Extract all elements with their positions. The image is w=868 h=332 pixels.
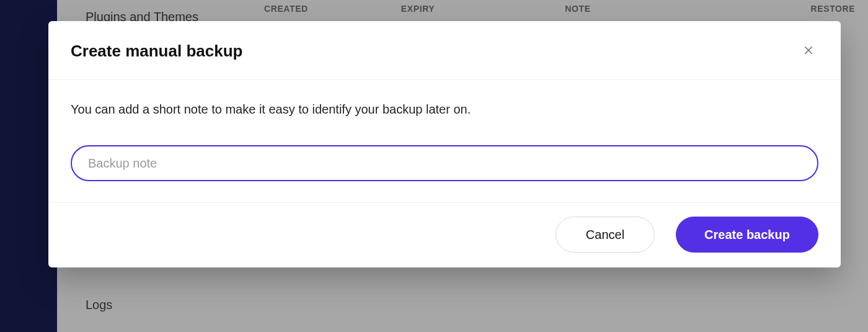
modal-body: You can add a short note to make it easy…: [48, 80, 841, 203]
cancel-button[interactable]: Cancel: [556, 217, 655, 253]
modal-footer: Cancel Create backup: [48, 203, 841, 267]
create-backup-modal: Create manual backup You can add a short…: [48, 21, 841, 267]
close-icon: [803, 45, 814, 58]
close-button[interactable]: [799, 41, 818, 61]
modal-description: You can add a short note to make it easy…: [71, 102, 818, 117]
create-backup-button[interactable]: Create backup: [676, 217, 818, 253]
modal-header: Create manual backup: [48, 21, 841, 80]
modal-title: Create manual backup: [71, 42, 242, 61]
backup-note-input[interactable]: [71, 145, 818, 181]
